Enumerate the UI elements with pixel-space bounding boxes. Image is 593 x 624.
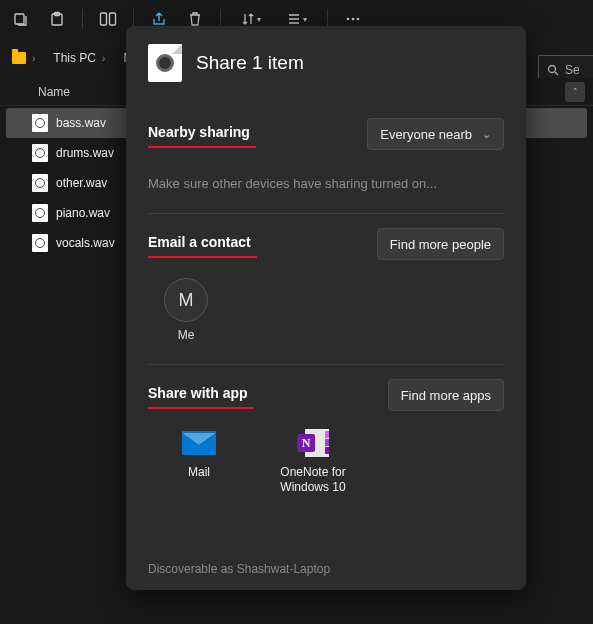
svg-rect-12: [325, 431, 329, 438]
audio-file-icon: [32, 144, 48, 162]
svg-point-7: [357, 18, 360, 21]
avatar-initial: M: [179, 290, 194, 311]
svg-rect-13: [325, 439, 329, 446]
audio-file-icon: [32, 114, 48, 132]
share-footer: Discoverable as Shashwat-Laptop: [148, 556, 504, 580]
audio-file-icon: [32, 174, 48, 192]
audio-file-icon: [32, 234, 48, 252]
share-dialog: Share 1 item Nearby sharing Everyone nea…: [126, 26, 526, 590]
svg-text:N: N: [302, 436, 311, 450]
email-contact-row: Email a contact Find more people: [148, 228, 504, 260]
file-name: vocals.wav: [56, 236, 115, 250]
dropdown-value: Everyone nearb: [380, 127, 472, 142]
file-name: piano.wav: [56, 206, 110, 220]
find-more-apps-button[interactable]: Find more apps: [388, 379, 504, 411]
svg-point-8: [549, 66, 556, 73]
email-contact-heading: Email a contact: [148, 234, 251, 254]
search-placeholder: Se: [565, 63, 580, 77]
divider: [148, 364, 504, 365]
layout-button[interactable]: [91, 4, 125, 34]
share-title: Share 1 item: [196, 52, 304, 74]
file-name: other.wav: [56, 176, 107, 190]
breadcrumb-root[interactable]: ›: [6, 49, 41, 67]
paste-button[interactable]: [40, 4, 74, 34]
column-sort-button[interactable]: ˄: [565, 82, 585, 102]
divider: [148, 213, 504, 214]
svg-rect-0: [15, 14, 24, 24]
find-more-people-button[interactable]: Find more people: [377, 228, 504, 260]
app-mail[interactable]: Mail: [156, 427, 242, 495]
svg-rect-4: [110, 13, 116, 25]
contact-me[interactable]: M Me: [156, 278, 216, 342]
chevron-right-icon: ›: [32, 53, 35, 64]
new-tab-button[interactable]: [4, 4, 38, 34]
apps-list: Mail N OneNote for Windows 10: [156, 427, 504, 495]
mail-icon: [180, 427, 218, 459]
share-header: Share 1 item: [148, 44, 504, 82]
separator: [82, 9, 83, 29]
svg-rect-14: [325, 447, 329, 454]
share-app-row: Share with app Find more apps: [148, 379, 504, 411]
search-icon: [547, 64, 559, 76]
app-label: OneNote for Windows 10: [270, 465, 356, 495]
column-name-header: Name: [0, 85, 70, 99]
folder-icon: [12, 52, 26, 64]
chevron-right-icon: ›: [102, 53, 105, 64]
file-name: bass.wav: [56, 116, 106, 130]
button-label: Find more people: [390, 237, 491, 252]
button-label: Find more apps: [401, 388, 491, 403]
app-label: Mail: [188, 465, 210, 480]
chevron-down-icon: ⌄: [482, 128, 491, 141]
svg-rect-3: [101, 13, 107, 25]
svg-point-6: [352, 18, 355, 21]
avatar: M: [164, 278, 208, 322]
app-onenote[interactable]: N OneNote for Windows 10: [270, 427, 356, 495]
nearby-sharing-heading: Nearby sharing: [148, 124, 250, 144]
nearby-sharing-dropdown[interactable]: Everyone nearb ⌄: [367, 118, 504, 150]
chevron-down-icon: ▾: [257, 15, 261, 24]
svg-point-5: [347, 18, 350, 21]
file-name: drums.wav: [56, 146, 114, 160]
chevron-down-icon: ▾: [303, 15, 307, 24]
contact-name: Me: [178, 328, 195, 342]
share-app-heading: Share with app: [148, 385, 248, 405]
share-thumbnail: [148, 44, 182, 82]
nearby-sharing-hint: Make sure other devices have sharing tur…: [148, 176, 504, 191]
breadcrumb-this-pc[interactable]: This PC ›: [47, 48, 111, 68]
onenote-icon: N: [294, 427, 332, 459]
audio-file-icon: [32, 204, 48, 222]
nearby-sharing-row: Nearby sharing Everyone nearb ⌄: [148, 118, 504, 150]
breadcrumb-label: This PC: [53, 51, 96, 65]
